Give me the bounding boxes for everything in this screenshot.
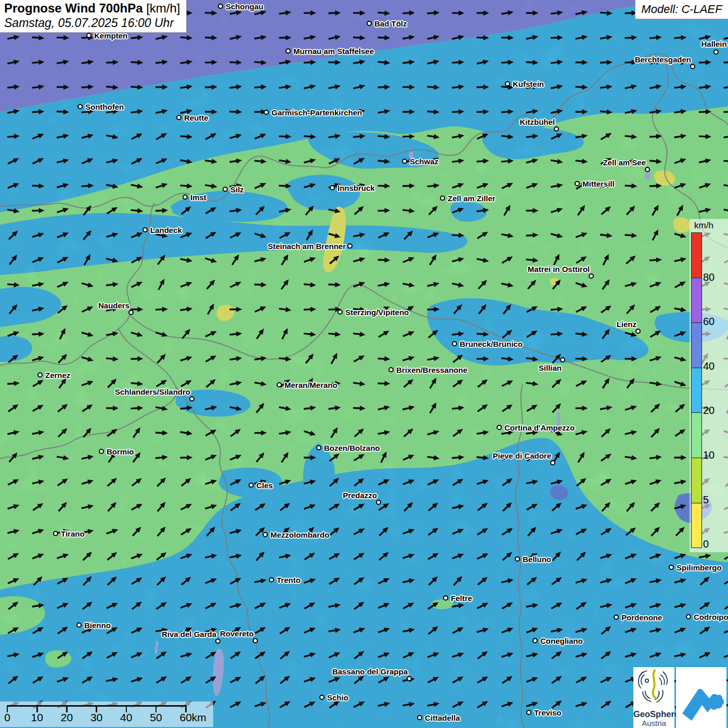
- wind-speed-legend: km/h 806040201050: [690, 219, 728, 552]
- mountain-cloud-icon: [679, 673, 724, 723]
- legend-segment-5-10: [692, 458, 701, 503]
- legend-segment-60-80: [692, 278, 701, 323]
- legend-tick-label: 40: [703, 360, 714, 372]
- geosphere-country-name: Austria: [633, 719, 674, 728]
- scale-tick-label: 50: [150, 711, 162, 724]
- geosphere-logo: GeoSphere Austria: [633, 667, 674, 728]
- legend-tick-label: 20: [703, 405, 714, 417]
- partner-logo: [676, 667, 726, 728]
- terrain-texture: [0, 0, 728, 728]
- geosphere-org-name: GeoSphere: [633, 709, 674, 719]
- model-label: Modell: C-LAEF: [641, 3, 722, 16]
- page-title: Prognose Wind 700hPa [km/h]: [4, 1, 186, 16]
- legend-color-bar: [691, 232, 702, 548]
- geosphere-logo-mark: [635, 667, 673, 707]
- legend-segment-20-40: [692, 368, 701, 413]
- legend-segment-10-20: [692, 413, 701, 458]
- scale-tick-label: 60km: [180, 711, 206, 724]
- weather-map-page: SchongauBad TölzKemptenMurnau am Staffel…: [0, 0, 728, 728]
- model-box: Modell: C-LAEF: [635, 0, 728, 19]
- legend-segment-40-60: [692, 323, 701, 368]
- legend-tick-label: 60: [703, 316, 714, 328]
- scale-tick-label: 30: [90, 711, 102, 724]
- scale-tick-label: 0: [4, 711, 10, 724]
- title-box: Prognose Wind 700hPa [km/h] Samstag, 05.…: [0, 0, 186, 32]
- title-parameter: Prognose Wind 700hPa: [4, 1, 143, 15]
- forecast-datetime: Samstag, 05.07.2025 16:00 Uhr: [4, 16, 186, 30]
- legend-unit-label: km/h: [694, 220, 713, 231]
- legend-segment-0-5: [692, 503, 701, 548]
- legend-segment->80: [692, 233, 701, 278]
- legend-tick-label: 0: [703, 538, 709, 550]
- scale-tick-label: 40: [120, 711, 132, 724]
- legend-tick-label: 80: [703, 271, 714, 283]
- scale-tick-label: 10: [31, 711, 43, 724]
- map-scale-bar: 0102030405060km: [0, 701, 213, 727]
- legend-tick-label: 10: [703, 449, 714, 461]
- wind-map-canvas: [0, 0, 728, 728]
- scale-tick-label: 20: [61, 711, 73, 724]
- title-unit: [km/h]: [143, 1, 180, 15]
- legend-tick-label: 5: [703, 493, 709, 505]
